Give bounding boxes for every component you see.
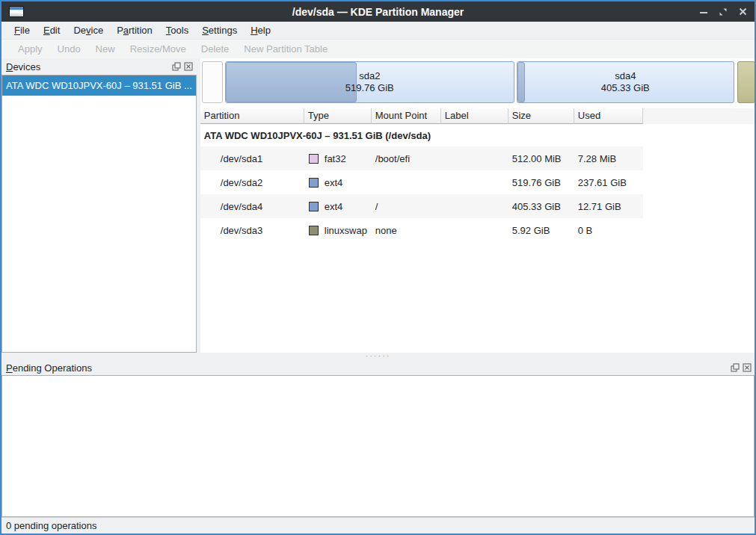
pending-dock-buttons (730, 363, 752, 373)
partition-segment-sda2[interactable]: sda2 519.76 GiB (225, 61, 514, 103)
column-header-empty (643, 108, 755, 124)
apply-button[interactable]: Apply (10, 43, 50, 55)
window-title: /dev/sda — KDE Partition Manager (1, 6, 755, 18)
delete-button[interactable]: Delete (194, 43, 237, 55)
float-icon[interactable] (172, 62, 182, 72)
filesystem-color-swatch (309, 226, 319, 235)
table-row[interactable]: /dev/sda1 fat32 /boot/efi 512.00 MiB 7.2… (200, 146, 643, 170)
menu-partition[interactable]: Partition (110, 23, 159, 37)
pending-operations-panel (1, 375, 755, 517)
partition-size: 405.33 GiB (508, 201, 574, 212)
partition-segment-label: sda2 519.76 GiB (226, 62, 514, 102)
column-header-mount-point[interactable]: Mount Point (372, 108, 441, 124)
partition-used: 12.71 GiB (574, 201, 643, 212)
device-view: sda2 519.76 GiB sda4 405.33 GiB Partitio… (200, 58, 755, 353)
partition-name: /dev/sda2 (200, 177, 304, 188)
devices-dock: Devices (1, 58, 197, 353)
pending-operations-titlebar: Pending Operations (1, 360, 755, 375)
close-icon[interactable] (184, 62, 194, 72)
partition-type: ext4 (304, 177, 372, 188)
partition-type: ext4 (304, 201, 372, 212)
menu-settings[interactable]: Settings (195, 23, 244, 37)
resize-move-button[interactable]: Resize/Move (123, 43, 194, 55)
close-icon[interactable] (738, 7, 747, 16)
partition-size: 512.00 MiB (508, 153, 574, 164)
mount-point: none (372, 225, 441, 236)
statusbar: 0 pending operations (1, 517, 755, 534)
partition-segment-sda4[interactable]: sda4 405.33 GiB (517, 61, 734, 103)
partition-used: 237.61 GiB (574, 177, 643, 188)
float-icon[interactable] (730, 363, 740, 373)
column-header-label[interactable]: Label (441, 108, 508, 124)
menu-device[interactable]: Device (67, 23, 110, 37)
partition-used: 0 B (574, 225, 643, 236)
mount-point: /boot/efi (372, 153, 441, 164)
horizontal-splitter[interactable]: ······ (1, 353, 755, 360)
table-row[interactable]: /dev/sda4 ext4 / 405.33 GiB 12.71 GiB (200, 194, 643, 218)
new-partition-table-button[interactable]: New Partition Table (236, 43, 338, 55)
partition-name: /dev/sda4 (200, 201, 304, 212)
titlebar: /dev/sda — KDE Partition Manager (1, 1, 755, 22)
device-list: ATA WDC WD10JPVX-60J – 931.51 GiB ... (1, 75, 197, 353)
pending-operations-title: Pending Operations (6, 362, 730, 374)
devices-dock-buttons (172, 62, 194, 72)
partition-segment-sda1[interactable] (202, 61, 223, 103)
devices-dock-title: Devices (6, 61, 172, 72)
partition-segment-label: sda4 405.33 GiB (517, 62, 734, 102)
filesystem-color-swatch (309, 178, 319, 188)
menu-file[interactable]: File (7, 23, 37, 37)
partition-table: Partition Type Mount Point Label Size Us… (200, 108, 755, 353)
table-body: ATA WDC WD10JPVX-60J – 931.51 GiB (/dev/… (200, 124, 755, 353)
mount-point: / (372, 201, 441, 212)
column-header-size[interactable]: Size (508, 108, 574, 124)
table-header: Partition Type Mount Point Label Size Us… (200, 108, 755, 124)
main-area: Devices (1, 58, 755, 353)
partition-type: linuxswap (304, 225, 372, 236)
undo-button[interactable]: Undo (50, 43, 88, 55)
device-list-item-selected[interactable]: ATA WDC WD10JPVX-60J – 931.51 GiB ... (2, 75, 196, 96)
column-header-used[interactable]: Used (574, 108, 643, 124)
kde-partition-manager-window: /dev/sda — KDE Partition Manager File Ed… (0, 0, 756, 535)
column-header-partition[interactable]: Partition (200, 108, 304, 124)
filesystem-color-swatch (309, 154, 319, 164)
partition-size: 5.92 GiB (508, 225, 574, 236)
status-text: 0 pending operations (6, 520, 96, 531)
partition-bar: sda2 519.76 GiB sda4 405.33 GiB (200, 58, 755, 108)
minimize-icon[interactable] (699, 7, 708, 16)
menu-edit[interactable]: Edit (37, 23, 67, 37)
partition-name: /dev/sda3 (200, 225, 304, 236)
splitter-handle-dots: ······ (366, 354, 391, 359)
new-button[interactable]: New (88, 43, 123, 55)
partition-name: /dev/sda1 (200, 153, 304, 164)
partition-used: 7.28 MiB (574, 153, 643, 164)
table-row[interactable]: /dev/sda3 linuxswap none 5.92 GiB 0 B (200, 218, 643, 242)
filesystem-color-swatch (309, 202, 319, 211)
app-icon[interactable] (9, 6, 24, 17)
toolbar: Apply Undo New Resize/Move Delete New Pa… (1, 39, 755, 58)
menu-help[interactable]: Help (244, 23, 277, 37)
column-header-type[interactable]: Type (304, 108, 372, 124)
table-row[interactable]: /dev/sda2 ext4 519.76 GiB 237.61 GiB (200, 170, 643, 194)
devices-dock-titlebar: Devices (1, 58, 197, 75)
partition-type: fat32 (304, 153, 372, 164)
window-controls (699, 7, 747, 16)
close-icon[interactable] (742, 363, 752, 373)
menubar: File Edit Device Partition Tools Setting… (1, 22, 755, 39)
restore-icon[interactable] (719, 7, 728, 16)
partition-size: 519.76 GiB (508, 177, 574, 188)
partition-segment-sda3[interactable] (737, 61, 755, 103)
device-group-row[interactable]: ATA WDC WD10JPVX-60J – 931.51 GiB (/dev/… (200, 124, 755, 146)
menu-tools[interactable]: Tools (159, 23, 195, 37)
